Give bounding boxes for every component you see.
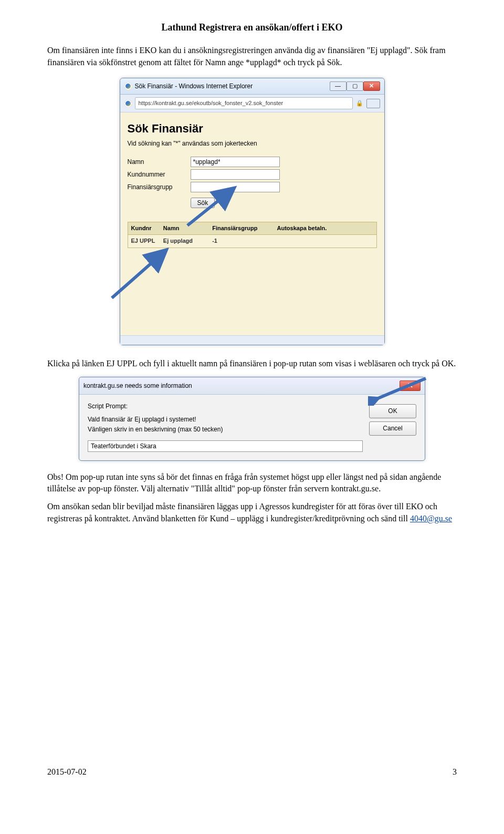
result-header: Kundnr Namn Finansiärsgrupp Autoskapa be…: [128, 222, 377, 235]
close-button[interactable]: ✕: [363, 81, 380, 91]
script-prompt-label: Script Prompt:: [88, 402, 363, 411]
annotation-arrow-sok: [182, 183, 240, 231]
footer-page: 3: [453, 766, 457, 778]
status-bar: [120, 335, 384, 345]
prompt-input[interactable]: [88, 440, 363, 452]
label-kundnummer: Kundnummer: [128, 170, 191, 179]
ie-icon: [124, 83, 132, 90]
prompt-line-2: Vänligen skriv in en beskrivning (max 50…: [88, 425, 363, 434]
svg-line-1: [187, 190, 232, 225]
svg-line-5: [375, 378, 426, 399]
input-namn[interactable]: [191, 157, 280, 167]
input-kundnummer[interactable]: [191, 169, 280, 180]
screenshot-prompt-dialog: kontrakt.gu.se needs some information ✕ …: [79, 377, 425, 460]
window-titlebar: Sök Finansiär - Windows Internet Explore…: [120, 78, 384, 95]
paragraph-4: Om ansökan sedan blir beviljad måste fin…: [47, 501, 457, 524]
ok-button[interactable]: OK: [369, 404, 416, 418]
maximize-button[interactable]: ▢: [346, 81, 363, 91]
prompt-line-1: Vald finansiär är Ej upplagd i systemet!: [88, 415, 363, 424]
dialog-title: kontrakt.gu.se needs some information: [83, 382, 192, 390]
url-field[interactable]: https://kontrakt.gu.se/ekoutb/sok_fonste…: [135, 97, 353, 109]
paragraph-1: Om finansiären inte finns i EKO kan du i…: [47, 45, 457, 68]
tab-icon: [366, 99, 380, 108]
paragraph-obs: Obs! Om pop-up rutan inte syns så bör de…: [47, 471, 457, 495]
ie-icon-small: [124, 100, 132, 107]
search-subtext: Vid sökning kan "*" användas som jokerte…: [128, 139, 377, 148]
lock-icon: 🔒: [356, 99, 363, 107]
td-finansiarsgrupp: -1: [209, 235, 272, 247]
footer-date: 2015-07-02: [47, 766, 87, 778]
paragraph-4-text: Om ansökan sedan blir beviljad måste fin…: [47, 502, 437, 522]
label-namn: Namn: [128, 158, 191, 167]
annotation-arrow-row: [107, 245, 175, 303]
screenshot-search-window: Sök Finansiär - Windows Internet Explore…: [120, 78, 385, 345]
cancel-button[interactable]: Cancel: [369, 421, 416, 436]
svg-line-3: [112, 252, 164, 298]
window-title: Sök Finansiär - Windows Internet Explore…: [135, 82, 253, 91]
paragraph-2: Klicka på länken EJ UPPL och fyll i aktu…: [47, 358, 457, 369]
minimize-button[interactable]: —: [330, 81, 346, 91]
th-autoskapa: Autoskapa betaln.: [274, 222, 337, 234]
email-link[interactable]: 4040@gu.se: [410, 514, 452, 523]
th-kundnr: Kundnr: [128, 222, 159, 234]
label-finansiarsgrupp: Finansiärsgrupp: [128, 183, 191, 192]
address-bar: https://kontrakt.gu.se/ekoutb/sok_fonste…: [120, 95, 384, 112]
search-heading: Sök Finansiär: [128, 121, 377, 137]
annotation-arrow-ok: [368, 374, 431, 406]
page-title: Lathund Registrera en ansökan/offert i E…: [47, 21, 457, 34]
